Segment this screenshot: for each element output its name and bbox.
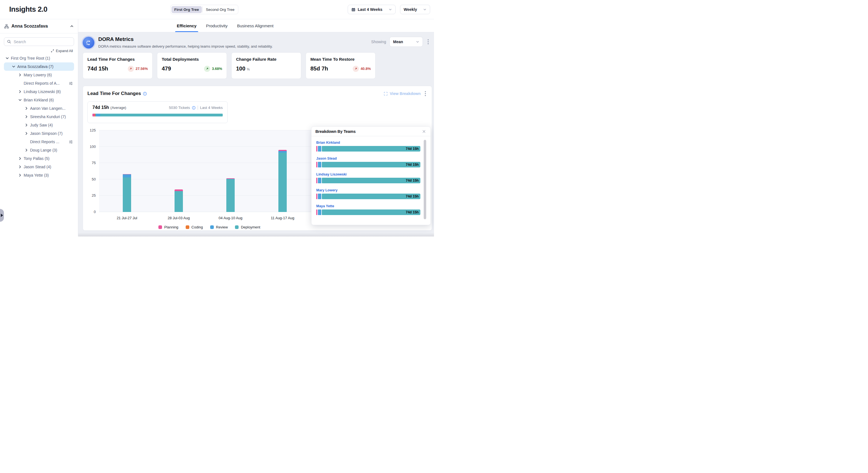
toggle-first-org-tree[interactable]: First Org Tree xyxy=(172,6,202,13)
team-link[interactable]: Mary Lowery xyxy=(316,188,337,192)
tree-item-direct-reports[interactable]: Direct Reports ... xyxy=(4,138,74,146)
tree-item-label: Judy Saw (4) xyxy=(30,123,74,127)
granularity-select[interactable]: Weekly xyxy=(400,5,430,14)
tree-item-anna-scozzafava[interactable]: Anna Scozzafava (7) xyxy=(4,62,74,71)
team-stacked-bar: 74d 15h xyxy=(316,146,421,151)
chart-bar-04-aug-10-aug[interactable] xyxy=(226,130,235,212)
tree-item-sireesha-kunduri[interactable]: Sireesha Kunduri (7) xyxy=(4,113,74,121)
chevron-down-icon[interactable] xyxy=(12,65,15,68)
filter-sliders-icon[interactable] xyxy=(69,81,74,86)
sidebar-header[interactable]: Anna Scozzafava xyxy=(0,19,78,33)
team-value: 74d 15h xyxy=(406,210,419,214)
tree-item-judy-saw[interactable]: Judy Saw (4) xyxy=(4,121,74,129)
date-range-select[interactable]: Last 4 Weeks xyxy=(348,5,396,14)
chevron-right-icon[interactable] xyxy=(19,73,22,77)
tree-item-mary-lowery[interactable]: Mary Lowery (6) xyxy=(4,71,74,79)
close-icon[interactable] xyxy=(422,129,427,134)
bar-segment-deployment: 74d 15h xyxy=(322,194,421,199)
tree-item-direct-reports-of-a[interactable]: Direct Reports of A... xyxy=(4,79,74,87)
tree-item-label: Jason Stead (4) xyxy=(24,165,74,169)
tree-item-lindsay-liszewski[interactable]: Lindsay Liszewski (8) xyxy=(4,87,74,96)
legend-item-coding[interactable]: Coding xyxy=(186,225,203,229)
sidebar-search[interactable] xyxy=(4,37,74,46)
tree-item-label: Aaron Van Langen... xyxy=(30,106,74,111)
chevron-right-icon[interactable] xyxy=(25,148,28,152)
tab-business-alignment[interactable]: Business Alignment xyxy=(237,19,273,32)
org-tree-toggle[interactable]: First Org Tree Second Org Tree xyxy=(170,5,238,14)
y-tick-label: 125 xyxy=(90,128,96,132)
tree-item-doug-lange[interactable]: Doug Lange (3) xyxy=(4,146,74,154)
dora-menu-button[interactable] xyxy=(426,38,430,46)
tree-item-label: First Org Tree Root (1) xyxy=(11,56,74,60)
expand-corners-icon xyxy=(383,92,388,96)
lead-time-menu-button[interactable] xyxy=(424,89,427,98)
legend-label: Coding xyxy=(191,225,203,229)
lead-time-title: Lead Time For Changes xyxy=(87,91,141,96)
bar-segment-deployment xyxy=(278,153,287,212)
scrollbar-thumb[interactable] xyxy=(424,140,426,219)
chevron-right-icon[interactable] xyxy=(25,123,28,127)
tree-item-jason-simpson[interactable]: Jason Simpson (7) xyxy=(4,129,74,138)
tree-item-label: Brian Kirkland (6) xyxy=(24,98,74,102)
chart-bar-28-jul-03-aug[interactable] xyxy=(175,130,183,212)
chevron-right-icon[interactable] xyxy=(19,90,22,93)
filter-sliders-icon[interactable] xyxy=(69,140,74,144)
sidebar-collapse-handle[interactable] xyxy=(0,209,4,222)
metric-card-value: 100 xyxy=(236,65,245,72)
tab-efficiency[interactable]: Efficiency xyxy=(177,19,196,32)
chevron-right-icon[interactable] xyxy=(25,132,28,135)
tree-item-aaron-van-langen[interactable]: Aaron Van Langen... xyxy=(4,104,74,113)
trend-badge: 3.68% xyxy=(204,66,222,72)
legend-item-review[interactable]: Review xyxy=(210,225,228,229)
legend-item-deployment[interactable]: Deployment xyxy=(235,225,260,229)
metric-card-value: 479 xyxy=(162,65,171,72)
metric-card-title: Change Failure Rate xyxy=(236,57,297,62)
team-link[interactable]: Jason Stead xyxy=(316,156,337,160)
chevron-down-icon[interactable] xyxy=(19,98,22,102)
metric-card-lead-time-for-changes: Lead Time For Changes 74d 15h 27.56% xyxy=(83,52,153,79)
chevron-right-icon[interactable] xyxy=(19,165,22,169)
tree-item-label: Direct Reports ... xyxy=(30,140,67,144)
info-icon[interactable] xyxy=(192,106,196,110)
chart-bar-21-jul-27-jul[interactable] xyxy=(123,130,131,212)
chevron-down-icon[interactable] xyxy=(6,57,9,60)
tabs-bar: Efficiency Productivity Business Alignme… xyxy=(78,19,434,32)
legend-item-planning[interactable]: Planning xyxy=(158,225,179,229)
average-stacked-bar xyxy=(92,114,223,116)
app-header: Insights 2.0 First Org Tree Second Org T… xyxy=(0,0,434,19)
bar-segment-planning xyxy=(316,162,317,168)
sidebar-user-name: Anna Scozzafava xyxy=(11,24,67,29)
expand-all-button[interactable]: Expand All xyxy=(0,49,73,53)
chevron-up-icon[interactable] xyxy=(70,24,74,28)
tree-item-tony-pallas[interactable]: Tony Pallas (5) xyxy=(4,154,74,163)
tree-item-first-org-tree-root[interactable]: First Org Tree Root (1) xyxy=(4,54,74,62)
tree-item-jason-stead[interactable]: Jason Stead (4) xyxy=(4,163,74,171)
toggle-second-org-tree[interactable]: Second Org Tree xyxy=(203,6,238,13)
bar-segment-review xyxy=(123,174,131,177)
team-link[interactable]: Maya Yette xyxy=(316,204,334,208)
chart-legend: PlanningCodingReviewDeployment xyxy=(158,225,427,229)
team-value: 74d 15h xyxy=(406,179,419,182)
chevron-right-icon[interactable] xyxy=(25,115,28,118)
chevron-right-icon[interactable] xyxy=(25,107,28,110)
tree-item-brian-kirkland[interactable]: Brian Kirkland (6) xyxy=(4,96,74,104)
team-link[interactable]: Brian Kirkland xyxy=(316,141,340,145)
chevron-right-icon[interactable] xyxy=(19,174,22,177)
showing-select[interactable]: Mean xyxy=(390,37,423,47)
tree-item-label: Anna Scozzafava (7) xyxy=(17,64,74,69)
average-label: (Average) xyxy=(111,106,126,110)
breakdown-row-lindsay-liszewski: Lindsay Liszewski74d 15h xyxy=(316,172,421,183)
team-link[interactable]: Lindsay Liszewski xyxy=(316,172,347,176)
info-icon[interactable] xyxy=(143,92,147,96)
main-area: Efficiency Productivity Business Alignme… xyxy=(78,19,434,237)
chevron-down-icon xyxy=(423,8,427,11)
org-hierarchy-icon xyxy=(4,24,9,29)
chart-bar-11-aug-17-aug[interactable] xyxy=(278,130,287,212)
search-input[interactable] xyxy=(13,39,71,44)
view-breakdown-button[interactable]: View Breakdown xyxy=(383,91,421,96)
chevron-right-icon[interactable] xyxy=(19,157,22,160)
sidebar: Anna Scozzafava Expand All First Org Tre… xyxy=(0,19,78,237)
x-tick-label: 28 Jul-03 Aug xyxy=(167,216,190,220)
tab-productivity[interactable]: Productivity xyxy=(206,19,228,32)
tree-item-maya-yette[interactable]: Maya Yette (3) xyxy=(4,171,74,179)
